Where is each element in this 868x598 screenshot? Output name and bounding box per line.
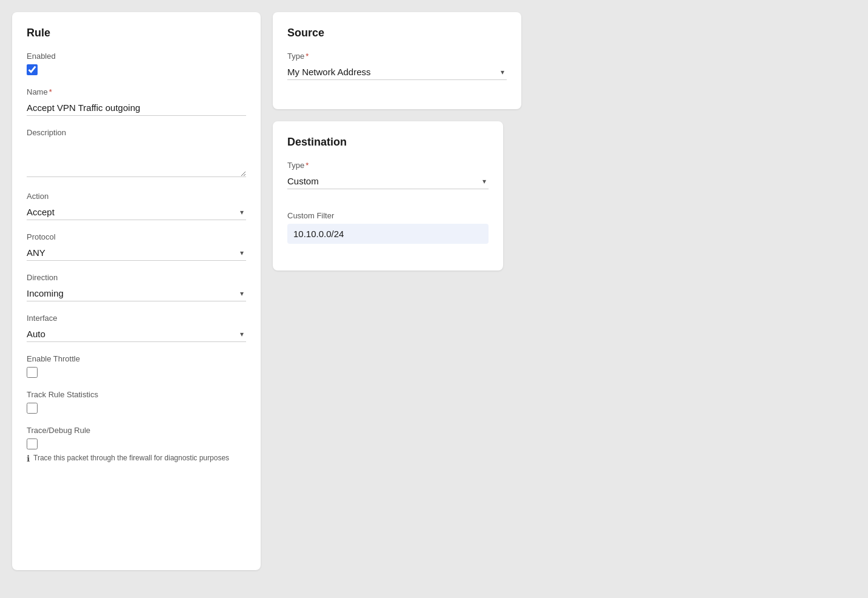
trace-debug-checkbox-wrapper (27, 438, 246, 449)
source-title: Source (287, 27, 507, 39)
description-textarea[interactable] (27, 141, 246, 177)
destination-section: Type* Custom My Network Address Any ▾ Cu… (287, 161, 489, 256)
throttle-field: Enable Throttle (27, 354, 246, 378)
destination-type-select-wrapper: Custom My Network Address Any ▾ (287, 173, 489, 189)
trace-description: Trace this packet through the firewall f… (33, 453, 229, 463)
direction-select[interactable]: Incoming Outgoing Both (27, 286, 246, 301)
enabled-field: Enabled (27, 52, 246, 75)
rule-card: Rule Enabled Name* Description Action (12, 12, 261, 570)
destination-card: Destination Type* Custom My Network Addr… (273, 121, 503, 270)
interface-select-wrapper: Auto eth0 eth1 ▾ (27, 326, 246, 342)
destination-type-label: Type* (287, 161, 489, 170)
destination-type-select[interactable]: Custom My Network Address Any (287, 173, 489, 189)
custom-filter-value[interactable]: 10.10.0.0/24 (287, 224, 489, 244)
source-section: Type* My Network Address Custom Any ▾ (287, 52, 507, 92)
protocol-label: Protocol (27, 232, 246, 241)
rule-title: Rule (27, 27, 246, 39)
custom-filter-label: Custom Filter (287, 211, 489, 220)
throttle-checkbox-wrapper (27, 367, 246, 378)
source-type-field: Type* My Network Address Custom Any ▾ (287, 52, 507, 80)
description-field: Description (27, 128, 246, 180)
description-label: Description (27, 128, 246, 137)
trace-debug-field: Trace/Debug Rule ℹ Trace this packet thr… (27, 426, 246, 463)
name-field: Name* (27, 87, 246, 116)
protocol-field: Protocol ANY TCP UDP ICMP ▾ (27, 232, 246, 261)
interface-select[interactable]: Auto eth0 eth1 (27, 326, 246, 342)
destination-title: Destination (287, 136, 489, 149)
trace-info: ℹ Trace this packet through the firewall… (27, 453, 246, 463)
track-stats-field: Track Rule Statistics (27, 390, 246, 414)
source-type-required-star: * (305, 52, 309, 61)
action-select-wrapper: Accept Drop Reject ▾ (27, 204, 246, 220)
right-column: Source Type* My Network Address Custom A… (273, 12, 856, 270)
destination-type-field: Type* Custom My Network Address Any ▾ (287, 161, 489, 189)
direction-select-wrapper: Incoming Outgoing Both ▾ (27, 286, 246, 301)
enabled-checkbox[interactable] (27, 64, 38, 75)
info-circle-icon: ℹ (27, 454, 30, 463)
throttle-checkbox[interactable] (27, 367, 38, 378)
action-field: Action Accept Drop Reject ▾ (27, 192, 246, 220)
enabled-checkbox-wrapper (27, 64, 246, 75)
custom-filter-field: Custom Filter 10.10.0.0/24 (287, 211, 489, 244)
source-type-select[interactable]: My Network Address Custom Any (287, 64, 507, 80)
source-type-label: Type* (287, 52, 507, 61)
trace-debug-checkbox[interactable] (27, 438, 38, 449)
source-type-select-wrapper: My Network Address Custom Any ▾ (287, 64, 507, 80)
action-label: Action (27, 192, 246, 201)
interface-label: Interface (27, 314, 246, 323)
direction-field: Direction Incoming Outgoing Both ▾ (27, 273, 246, 301)
name-required-star: * (49, 87, 52, 96)
action-select[interactable]: Accept Drop Reject (27, 204, 246, 220)
protocol-select-wrapper: ANY TCP UDP ICMP ▾ (27, 245, 246, 261)
name-input[interactable] (27, 100, 246, 116)
direction-label: Direction (27, 273, 246, 282)
protocol-select[interactable]: ANY TCP UDP ICMP (27, 245, 246, 261)
enabled-label: Enabled (27, 52, 246, 61)
track-stats-checkbox[interactable] (27, 403, 38, 414)
destination-type-required-star: * (305, 161, 309, 170)
throttle-label: Enable Throttle (27, 354, 246, 363)
track-stats-label: Track Rule Statistics (27, 390, 246, 399)
track-stats-checkbox-wrapper (27, 403, 246, 414)
name-label: Name* (27, 87, 246, 96)
trace-debug-label: Trace/Debug Rule (27, 426, 246, 435)
source-card: Source Type* My Network Address Custom A… (273, 12, 521, 109)
main-layout: Rule Enabled Name* Description Action (12, 12, 856, 570)
interface-field: Interface Auto eth0 eth1 ▾ (27, 314, 246, 342)
